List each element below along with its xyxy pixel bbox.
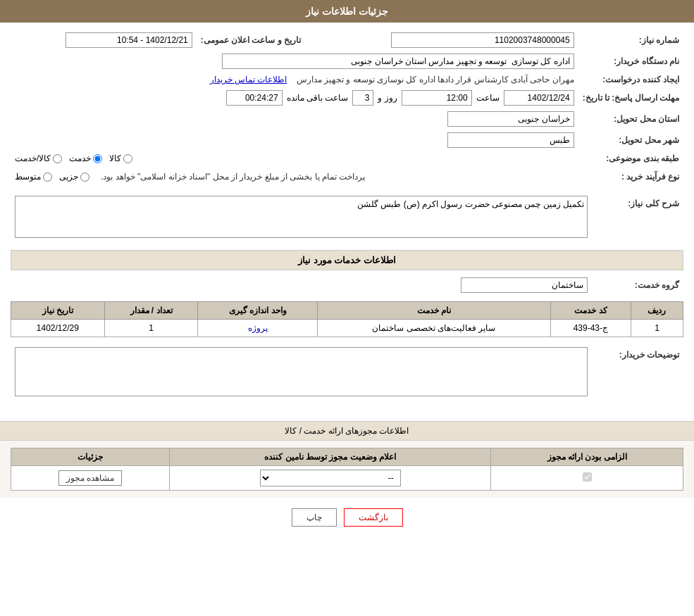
col-kod: کد خدمت	[550, 302, 631, 320]
cell-tedad: 1	[104, 320, 198, 337]
col-tarikh: تاریخ نیاز	[11, 302, 105, 320]
licenses-header: اطلاعات مجوزهای ارائه خدمت / کالا	[0, 422, 694, 441]
gorooh-label: گروه خدمت:	[592, 275, 683, 296]
mohlat-row: ساعت باقی مانده روز و ساعت	[11, 87, 578, 108]
nam-dastgah-value	[11, 51, 578, 72]
shahr-value	[11, 130, 578, 151]
tabaqe-row: کالا/خدمت خدمت کالا	[11, 151, 578, 166]
basic-info-table: شماره نیاز: تاریخ و ساعت اعلان عمومی: نا…	[11, 30, 683, 187]
tabaqe-kala-label: کالا	[109, 153, 121, 163]
main-content: شماره نیاز: تاریخ و ساعت اعلان عمومی: نا…	[0, 23, 694, 414]
gorooh-table: گروه خدمت:	[11, 275, 683, 296]
tozihat-value-cell	[11, 344, 592, 401]
col-radif: ردیف	[631, 302, 683, 320]
noe-farayand-label: نوع فرآیند خرید :	[578, 166, 683, 187]
tabaqe-khadamat-label: خدمت	[69, 153, 91, 163]
cell-vahed: پروژه	[198, 320, 318, 337]
noe-motvaset-label: متوسط	[15, 172, 41, 182]
noe-jozi: جزیی	[59, 172, 89, 182]
col-tedad: تعداد / مقدار	[104, 302, 198, 320]
shahr-label: شهر محل تحویل:	[578, 130, 683, 151]
ostan-label: استان محل تحویل:	[578, 108, 683, 130]
sharh-container: تکمیل زمین چمن مصنوعی حضرت رسول اکرم (ص)…	[15, 196, 588, 240]
etelaat-tamas-link[interactable]: اطلاعات تماس خریدار	[210, 75, 287, 84]
khadamat-section-header: اطلاعات خدمات مورد نیاز	[11, 250, 683, 270]
baqi-input[interactable]	[226, 90, 283, 106]
elzami-checkbox[interactable]	[583, 472, 592, 482]
cell-nam: سایر فعالیت‌های تخصصی ساختمان	[318, 320, 551, 337]
ijad-value: مهران حاجی آبادی کارشناس قرار دادها ادار…	[11, 72, 578, 87]
tabaqe-kala-khadamat-radio[interactable]	[53, 154, 62, 163]
saat-label: ساعت	[476, 93, 500, 103]
lic-cell-eelam: --	[170, 466, 491, 491]
tabaqe-khadamat: خدمت	[69, 153, 102, 163]
tabaqe-kala-radio[interactable]	[123, 154, 132, 163]
back-button[interactable]: بازگشت	[344, 508, 403, 527]
noe-motvaset: متوسط	[15, 172, 52, 182]
ostan-value	[11, 108, 578, 130]
baqi-label: ساعت باقی مانده	[287, 93, 349, 103]
bottom-section: اطلاعات مجوزهای ارائه خدمت / کالا الزامی…	[0, 421, 694, 498]
lic-col-eelam: اعلام وضعیت مجوز توسط نامین کننده	[170, 448, 491, 466]
ijad-label: ایجاد کننده درخواست:	[578, 72, 683, 87]
shomare-value	[315, 30, 578, 51]
tarikh-input[interactable]	[66, 32, 192, 48]
tabaqe-kala-khadamat: کالا/خدمت	[15, 153, 62, 163]
rooz-label: روز و	[378, 93, 397, 103]
tarikh-value	[11, 30, 197, 51]
rooz-input[interactable]	[352, 90, 373, 106]
sharh-textarea[interactable]: تکمیل زمین چمن مصنوعی حضرت رسول اکرم (ص)…	[15, 196, 588, 238]
tozihat-label: توضیحات خریدار:	[592, 344, 683, 401]
ostan-input[interactable]	[447, 111, 574, 127]
services-table: ردیف کد خدمت نام خدمت واحد اندازه گیری ت…	[11, 301, 683, 337]
noe-notice: پرداخت تمام یا بخشی از مبلغ خریدار از مح…	[97, 169, 369, 184]
gorooh-value	[11, 275, 592, 296]
cell-radif: 1	[631, 320, 683, 337]
sharh-label: شرح کلی نیاز:	[592, 193, 683, 243]
lic-col-joziyat: جزئیات	[11, 448, 170, 466]
table-row: 1 ج-43-439 سایر فعالیت‌های تخصصی ساختمان…	[11, 320, 683, 337]
lic-col-elzami: الزامی بودن ارائه مجوز	[491, 448, 683, 466]
page-header: جزئیات اطلاعات نیاز	[0, 0, 694, 23]
saat-input[interactable]	[402, 90, 472, 106]
cell-tarikh: 1402/12/29	[11, 320, 105, 337]
licenses-table: الزامی بودن ارائه مجوز اعلام وضعیت مجوز …	[11, 448, 683, 491]
header-title: جزئیات اطلاعات نیاز	[306, 6, 388, 17]
tabaqe-kala-khadamat-label: کالا/خدمت	[15, 153, 51, 163]
noe-motvaset-radio[interactable]	[43, 172, 52, 182]
view-license-button[interactable]: مشاهده مجوز	[58, 470, 122, 486]
page-wrapper: جزئیات اطلاعات نیاز شماره نیاز: تاریخ و …	[0, 0, 694, 616]
noe-jozi-radio[interactable]	[80, 172, 89, 182]
footer-buttons: بازگشت چاپ	[0, 498, 694, 537]
cell-kod: ج-43-439	[550, 320, 631, 337]
tabaqe-label: طبقه بندی موضوعی:	[578, 151, 683, 166]
tozihat-textarea[interactable]	[15, 347, 588, 396]
lic-cell-elzami	[491, 466, 683, 491]
col-vahed: واحد اندازه گیری	[198, 302, 318, 320]
tabaqe-kala: کالا	[109, 153, 132, 163]
shahr-input[interactable]	[447, 132, 574, 148]
ijad-text: مهران حاجی آبادی کارشناس قرار دادها ادار…	[297, 75, 574, 84]
licenses-content: الزامی بودن ارائه مجوز اعلام وضعیت مجوز …	[0, 441, 694, 498]
shomare-input[interactable]	[391, 32, 574, 48]
tozihat-table: توضیحات خریدار:	[11, 344, 683, 401]
noe-farayand-row: متوسط جزیی پرداخت تمام یا بخشی از مبلغ خ…	[11, 166, 578, 187]
nam-dastgah-label: نام دستگاه خریدار:	[578, 51, 683, 72]
sharh-table: شرح کلی نیاز: تکمیل زمین چمن مصنوعی حضرت…	[11, 193, 683, 243]
lic-cell-joziyat: مشاهده مجوز	[11, 466, 170, 491]
tabaqe-khadamat-radio[interactable]	[93, 154, 102, 163]
shomare-label: شماره نیاز:	[578, 30, 683, 51]
noe-jozi-label: جزیی	[59, 172, 78, 182]
print-button[interactable]: چاپ	[292, 508, 337, 527]
tarikh-label: تاریخ و ساعت اعلان عمومی:	[197, 30, 315, 51]
col-nam: نام خدمت	[318, 302, 551, 320]
nam-dastgah-input[interactable]	[222, 54, 574, 69]
eelam-select[interactable]: --	[260, 470, 401, 486]
mohlat-label: مهلت ارسال پاسخ: تا تاریخ:	[578, 87, 683, 108]
mohlat-date-input[interactable]	[504, 90, 574, 106]
gorooh-input[interactable]	[461, 277, 588, 293]
lic-row: -- مشاهده مجوز	[11, 466, 683, 491]
sharh-value-cell: تکمیل زمین چمن مصنوعی حضرت رسول اکرم (ص)…	[11, 193, 592, 243]
